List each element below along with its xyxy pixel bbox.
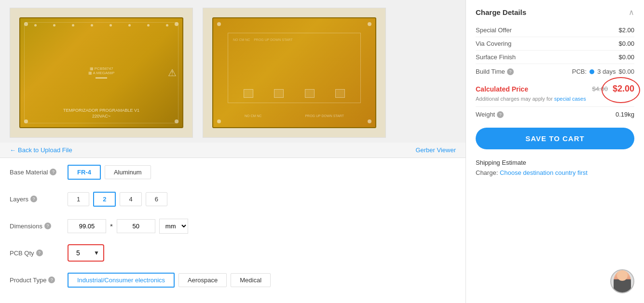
- gerber-viewer-link[interactable]: Gerber Viewer: [415, 146, 456, 154]
- build-time-value: PCB: 3 days $0.00: [572, 68, 634, 75]
- special-cases-link[interactable]: special cases: [554, 96, 586, 102]
- chat-avatar[interactable]: [610, 269, 634, 293]
- shipping-destination-link[interactable]: Choose destination country first: [500, 169, 588, 176]
- product-type-help-icon[interactable]: ?: [48, 277, 55, 283]
- corner-dot-br: [175, 119, 178, 123]
- pcb-component: [335, 89, 345, 98]
- dimensions-unit-select[interactable]: mm cm in: [159, 219, 188, 234]
- dimensions-help-icon[interactable]: ?: [44, 223, 51, 229]
- build-time-days: 3 days: [597, 68, 616, 75]
- pcb-top-dots: [20, 24, 182, 26]
- pcb-text-prog: PROG UP DOWN START: [305, 114, 344, 118]
- base-material-label: Base Material ?: [10, 169, 68, 176]
- back-to-upload-link[interactable]: ← Back to Upload File: [10, 146, 72, 154]
- options-panel: Base Material ? FR-4 Aluminum Layers ? 1…: [0, 158, 466, 303]
- old-price: $4.00: [592, 85, 608, 92]
- dimensions-width-input[interactable]: [68, 219, 106, 233]
- arrow-left-icon: ←: [10, 146, 16, 154]
- pcb-images-section: ▦ PCB58747▦ A MEGA68P▬▬▬ TEMPORIZADOR PR…: [0, 0, 466, 143]
- pcb-dot: [147, 24, 150, 26]
- pcb-qty-label: PCB Qty ?: [10, 250, 68, 257]
- collapse-icon[interactable]: ∧: [629, 8, 634, 17]
- pcb-dot: [53, 24, 55, 26]
- special-offer-value: $2.00: [618, 26, 634, 34]
- layers-2-button[interactable]: 2: [93, 192, 116, 207]
- via-covering-label: Via Covering: [476, 40, 511, 47]
- surface-finish-value: $0.00: [618, 53, 634, 61]
- new-price: $2.00: [613, 84, 634, 94]
- pcb-dot: [110, 24, 112, 26]
- weight-help-icon[interactable]: ?: [497, 111, 504, 118]
- save-to-cart-button[interactable]: SAVE TO CART: [476, 128, 634, 149]
- pcb-qty-row: PCB Qty ? 5 10 15 20 25 30 50 100: [10, 244, 456, 262]
- product-type-medical-button[interactable]: Medical: [231, 273, 271, 287]
- nav-bar: ← Back to Upload File Gerber Viewer: [0, 143, 466, 158]
- build-time-row: Build Time ? PCB: 3 days $0.00: [476, 64, 634, 79]
- pcb-qty-select-wrapper: 5 10 15 20 25 30 50 100 ▼: [68, 244, 104, 262]
- calc-price-values: $4.00 $2.00: [592, 84, 634, 94]
- special-offer-label: Special Offer: [476, 26, 512, 34]
- shipping-charge-label: Charge:: [476, 169, 498, 176]
- build-time-help-icon[interactable]: ?: [507, 68, 514, 75]
- product-type-aerospace-button[interactable]: Aerospace: [178, 273, 227, 287]
- pcb-label-1: TEMPORIZADOR PROGRAMABLE V1: [63, 108, 139, 113]
- pcb-back-image: NO CM NC PROG UP DOWN START NO CM NC PRO…: [203, 8, 386, 138]
- back-link-label: Back to Upload File: [18, 146, 72, 154]
- pcb-component: [244, 89, 253, 98]
- pcb-qty-controls: 5 10 15 20 25 30 50 100 ▼: [68, 244, 104, 262]
- shipping-section: Shipping Estimate Charge: Choose destina…: [476, 155, 634, 180]
- via-covering-row: Via Covering $0.00: [476, 37, 634, 51]
- charge-details-header: Charge Details ∧: [476, 8, 634, 17]
- pcb-board-front: ▦ PCB58747▦ A MEGA68P▬▬▬ TEMPORIZADOR PR…: [19, 17, 183, 128]
- calculated-price-label: Calculated Price: [476, 85, 528, 93]
- via-covering-value: $0.00: [618, 40, 634, 47]
- weight-label: Weight ?: [476, 111, 504, 118]
- pcb-board-back: NO CM NC PROG UP DOWN START NO CM NC PRO…: [212, 17, 376, 128]
- layers-1-button[interactable]: 1: [68, 192, 89, 206]
- pcb-bottom-labels: NO CM NC PROG UP DOWN START: [213, 114, 375, 118]
- layers-6-button[interactable]: 6: [146, 192, 167, 206]
- base-material-controls: FR-4 Aluminum: [68, 165, 151, 180]
- calculated-price-section: Calculated Price $4.00 $2.00 Additional …: [476, 79, 634, 106]
- pcb-bottom-components: [228, 89, 360, 98]
- right-panel: Charge Details ∧ Special Offer $2.00 Via…: [466, 0, 644, 303]
- additional-note: Additional charges may apply for special…: [476, 96, 634, 102]
- pcb-dot: [91, 24, 93, 26]
- shipping-charge-row: Charge: Choose destination country first: [476, 169, 634, 176]
- base-material-help-icon[interactable]: ?: [50, 169, 56, 175]
- base-material-fr4-button[interactable]: FR-4: [68, 165, 101, 180]
- pcb-dot: [34, 24, 37, 26]
- corner-dot-bl2: [217, 119, 221, 123]
- build-time-cost: $0.00: [618, 68, 634, 75]
- layers-4-button[interactable]: 4: [120, 192, 141, 206]
- base-material-aluminum-button[interactable]: Aluminum: [105, 165, 151, 179]
- dimensions-label: Dimensions ?: [10, 223, 68, 230]
- pcb-qty-select[interactable]: 5 10 15 20 25 30 50 100: [69, 246, 102, 260]
- pcb-qty-help-icon[interactable]: ?: [36, 250, 43, 256]
- dimensions-row: Dimensions ? * mm cm in: [10, 217, 456, 235]
- build-time-label: Build Time ?: [476, 68, 514, 75]
- layers-help-icon[interactable]: ?: [30, 196, 37, 202]
- dimensions-asterisk: *: [110, 222, 113, 230]
- product-type-industrial-button[interactable]: Industrial/Consumer electronics: [68, 273, 175, 288]
- pcb-component: [305, 89, 315, 98]
- special-offer-row: Special Offer $2.00: [476, 24, 634, 37]
- calc-price-row: Calculated Price $4.00 $2.00: [476, 84, 634, 94]
- product-type-label: Product Type ?: [10, 277, 68, 284]
- pcb-inner-rect: NO CM NC PROG UP DOWN START: [228, 33, 361, 103]
- base-material-row: Base Material ? FR-4 Aluminum: [10, 163, 456, 181]
- pcb-label-2: 220VAC~: [92, 114, 110, 119]
- pcb-dot: [72, 24, 74, 26]
- dimensions-height-input[interactable]: [117, 219, 155, 233]
- build-time-blue-dot: [589, 69, 594, 74]
- product-type-row: Product Type ? Industrial/Consumer elect…: [10, 271, 456, 289]
- layers-controls: 1 2 4 6: [68, 192, 167, 207]
- shipping-estimate-title: Shipping Estimate: [476, 159, 634, 166]
- pcb-dot: [166, 24, 168, 26]
- corner-dot-bl: [24, 119, 28, 123]
- corner-dot-tl2: [217, 22, 221, 26]
- dimensions-controls: * mm cm in: [68, 219, 188, 234]
- corner-dot-tr2: [368, 22, 371, 26]
- avatar-head: [617, 270, 628, 281]
- layers-row: Layers ? 1 2 4 6: [10, 190, 456, 208]
